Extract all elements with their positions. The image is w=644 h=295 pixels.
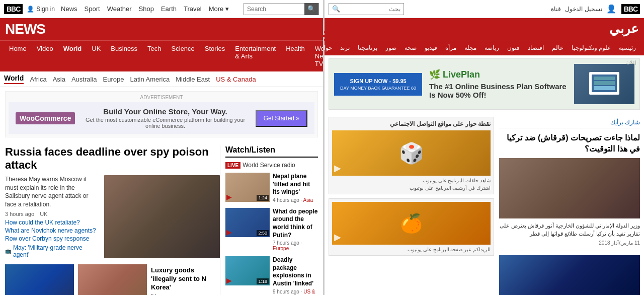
arabic-title: عربي bbox=[609, 21, 639, 37]
nav-entertainment[interactable]: Entertainment & Arts bbox=[230, 41, 281, 71]
video-duration-3: 1:18 bbox=[257, 278, 269, 284]
arabic-nav-science[interactable]: علوم وتكنولوجيا bbox=[568, 40, 615, 55]
arabic-bbc-logo[interactable]: BBC bbox=[621, 4, 640, 14]
arabic-nav-magazine[interactable]: مجلة bbox=[460, 40, 480, 55]
youtube-thumb-2[interactable]: 🍊 ▶ bbox=[332, 202, 491, 245]
arabic-search-icon[interactable]: 🔍 bbox=[329, 5, 343, 13]
search-button[interactable]: 🔍 bbox=[304, 3, 318, 15]
nav-more[interactable]: More ▾ bbox=[209, 5, 229, 13]
nav-weather[interactable]: Weather bbox=[107, 5, 132, 13]
share-opinion-btn[interactable]: شارك برأيك bbox=[499, 117, 640, 128]
arabic-signin-text[interactable]: تسجيل الدخول bbox=[565, 6, 602, 13]
article-link-1[interactable]: How could the UK retaliate? bbox=[5, 219, 99, 226]
arabic-ad-tablet-image bbox=[574, 64, 634, 104]
section-nav: World Africa Asia Australia Europe Latin… bbox=[0, 71, 323, 87]
video-cat-3: US & Canada bbox=[273, 289, 315, 295]
sign-in-link[interactable]: 👤 Sign in bbox=[27, 6, 55, 13]
ad-cta-button[interactable]: Get Started » bbox=[256, 110, 307, 127]
user-icon: 👤 bbox=[27, 6, 34, 13]
nav-home[interactable]: Home bbox=[4, 41, 32, 71]
arabic-ad-label: إعلان bbox=[626, 60, 636, 65]
arabic-secondary-image bbox=[499, 255, 640, 295]
arabic-channel-text[interactable]: قناة bbox=[551, 6, 561, 13]
arabic-user-icon[interactable]: 👤 bbox=[606, 4, 616, 14]
ad-inner: WooCommerce Build Your Online Store, You… bbox=[9, 102, 314, 134]
nav-travel[interactable]: Travel bbox=[184, 5, 202, 13]
section-australia[interactable]: Australia bbox=[71, 76, 97, 83]
video-duration-2: 2:50 bbox=[257, 230, 269, 236]
video-info-2: What do people around the world think of… bbox=[273, 208, 318, 251]
video-title-1: Nepal plane 'tilted and hit its wings' bbox=[273, 173, 318, 196]
arabic-article-date: 11 مارس/آذار 2018 bbox=[499, 240, 640, 246]
social-header-1: نقطة حوار على مواقع التواصل الاجتماعي bbox=[332, 120, 491, 127]
live-radio[interactable]: LIVE World Service radio bbox=[225, 162, 318, 169]
article-text: Theresa May warns Moscow it must explain… bbox=[5, 175, 99, 259]
arabic-social-col: نقطة حوار على مواقع التواصل الاجتماعي 🎲 … bbox=[329, 117, 494, 295]
arabic-article-image bbox=[499, 158, 640, 218]
arabic-nav-health[interactable]: صحة bbox=[400, 40, 421, 55]
arabic-ad-signup[interactable]: SIGN UP NOW - $9.95 60 DAY MONEY BACK GU… bbox=[334, 73, 422, 96]
nav-business[interactable]: Business bbox=[106, 41, 142, 71]
search-input[interactable] bbox=[244, 6, 304, 13]
arabic-nav-video[interactable]: فيديو bbox=[421, 40, 441, 55]
nav-video[interactable]: Video bbox=[32, 41, 58, 71]
arabic-nav-photos[interactable]: صور bbox=[381, 40, 400, 55]
main-nav-items: Home Video World UK Business Tech Scienc… bbox=[4, 41, 325, 71]
section-latin-america[interactable]: Latin America bbox=[130, 76, 170, 83]
bbc-news-header: NEWS bbox=[0, 18, 323, 40]
arabic-nav-womens[interactable]: مرأة bbox=[441, 40, 460, 55]
nav-stories[interactable]: Stories bbox=[200, 41, 230, 71]
article-link-2[interactable]: What are Novichok nerve agents? bbox=[5, 227, 99, 234]
video-thumb-1: ▶ 1:24 bbox=[225, 173, 270, 202]
search-bar[interactable]: 🔍 bbox=[244, 3, 319, 15]
arabic-user-icons: 👤 تسجيل الدخول قناة bbox=[551, 4, 616, 14]
section-world[interactable]: World bbox=[4, 74, 24, 84]
arabic-nav-raisiya[interactable]: رئيسية bbox=[615, 40, 640, 55]
nav-world[interactable]: World bbox=[58, 41, 87, 71]
video-item-3[interactable]: ▶ 1:18 Deadly package explosions in Aust… bbox=[225, 256, 318, 295]
arabic-advertisement: إعلان 🌿 LivePlan The #1 Online Business … bbox=[329, 58, 640, 110]
arabic-search-input[interactable] bbox=[343, 6, 404, 13]
arabic-nav-sports[interactable]: رياضة bbox=[480, 40, 503, 55]
ad-label: ADVERTISEMENT bbox=[9, 95, 314, 100]
woocommerce-logo: WooCommerce bbox=[16, 112, 75, 124]
video-item-1[interactable]: ▶ 1:24 Nepal plane 'tilted and hit its w… bbox=[225, 173, 318, 203]
article-region: UK bbox=[40, 211, 47, 217]
nav-tech[interactable]: Tech bbox=[142, 41, 166, 71]
arabic-top-nav: BBC 👤 تسجيل الدخول قناة 🔍 bbox=[325, 0, 644, 18]
arabic-secondary-article: العراق: هل يغير تحالف الصدريين والشيوعيي… bbox=[499, 251, 640, 295]
nav-health[interactable]: Health bbox=[281, 41, 310, 71]
section-asia[interactable]: Asia bbox=[53, 76, 65, 83]
nav-uk[interactable]: UK bbox=[87, 41, 106, 71]
arabic-right-nav: BBC 👤 تسجيل الدخول قناة bbox=[551, 4, 640, 14]
arabic-nav-economy[interactable]: اقتصاد bbox=[524, 40, 548, 55]
article-link-4[interactable]: May: 'Military-grade nerve agent' bbox=[13, 244, 99, 258]
top-nav: BBC 👤 Sign in News Sport Weather Shop Ea… bbox=[0, 0, 323, 18]
article-link-3[interactable]: Row over Corbyn spy response bbox=[5, 235, 99, 242]
video-cat-1: Asia bbox=[303, 197, 313, 203]
nav-earth[interactable]: Earth bbox=[161, 5, 177, 13]
video-title-3: Deadly package explosions in Austin 'lin… bbox=[273, 256, 318, 287]
social-box-1: نقطة حوار على مواقع التواصل الاجتماعي 🎲 … bbox=[329, 117, 494, 194]
section-africa[interactable]: Africa bbox=[30, 76, 46, 83]
top-nav-links: News Sport Weather Shop Earth Travel Mor… bbox=[61, 5, 244, 13]
section-middle-east[interactable]: Middle East bbox=[176, 76, 210, 83]
bbc-logo[interactable]: BBC bbox=[4, 4, 23, 14]
arabic-main-article-col: شارك برأيك لماذا جاءت تصريحات (قرقاش) ضد… bbox=[499, 117, 640, 295]
arabic-nav-trend[interactable]: ترند bbox=[336, 40, 354, 55]
arabic-ad-headline: The #1 Online Business Plan Software Is … bbox=[429, 82, 567, 99]
arabic-nav-arts[interactable]: فنون bbox=[503, 40, 524, 55]
arabic-nav-program[interactable]: برنامجنا bbox=[354, 40, 381, 55]
arabic-nav-world[interactable]: عالم bbox=[548, 40, 568, 55]
nav-sport[interactable]: Sport bbox=[85, 5, 100, 13]
nav-shop[interactable]: Shop bbox=[139, 5, 154, 13]
section-us-canada[interactable]: US & Canada bbox=[216, 76, 256, 83]
video-item-2[interactable]: ▶ 2:50 What do people around the world t… bbox=[225, 208, 318, 251]
arabic-content: شارك برأيك لماذا جاءت تصريحات (قرقاش) ضد… bbox=[325, 113, 644, 295]
arabic-search-bar[interactable]: 🔍 bbox=[329, 3, 404, 15]
nav-science[interactable]: Science bbox=[167, 41, 200, 71]
section-europe[interactable]: Europe bbox=[103, 76, 124, 83]
story-title-nkorea: Luxury goods 'illegally sent to N Korea' bbox=[151, 266, 220, 292]
nav-news[interactable]: News bbox=[61, 5, 77, 13]
youtube-thumb-1[interactable]: 🎲 ▶ bbox=[332, 130, 491, 176]
